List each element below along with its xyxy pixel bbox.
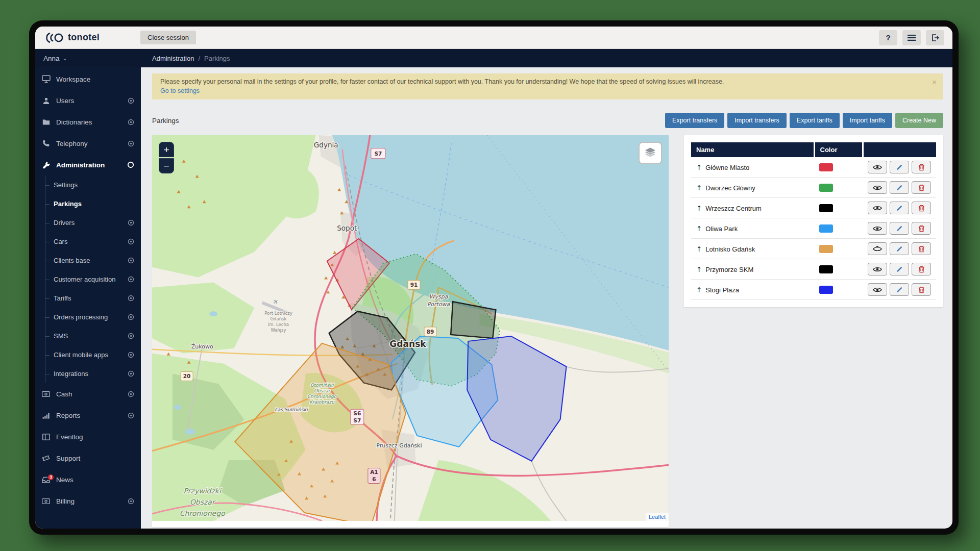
edit-button[interactable] bbox=[890, 263, 909, 276]
move-up-icon[interactable]: ↑ bbox=[696, 204, 702, 212]
layers-button[interactable] bbox=[639, 142, 662, 164]
sidebar-item-tariffs[interactable]: Tariffs bbox=[45, 289, 141, 308]
sidebar-item-workspace[interactable]: Workspace bbox=[35, 68, 141, 90]
move-up-icon[interactable]: ↑ bbox=[696, 184, 702, 192]
import-tariffs-button[interactable]: Import tariffs bbox=[843, 113, 892, 128]
edit-button[interactable] bbox=[890, 181, 909, 194]
expand-circle-icon[interactable] bbox=[128, 314, 134, 320]
view-button[interactable] bbox=[868, 161, 887, 173]
sidebar-item-cash[interactable]: Cash bbox=[35, 383, 141, 405]
expand-circle-icon[interactable] bbox=[128, 498, 134, 505]
zoom-in-button[interactable]: + bbox=[159, 142, 174, 157]
import-transfers-button[interactable]: Import transfers bbox=[727, 113, 787, 128]
folder-icon bbox=[41, 119, 51, 126]
user-name: Anna bbox=[43, 55, 60, 62]
edit-button[interactable] bbox=[890, 222, 909, 235]
collapse-circle-icon[interactable] bbox=[127, 161, 134, 168]
move-up-icon[interactable]: ↑ bbox=[696, 163, 702, 171]
expand-circle-icon[interactable] bbox=[128, 370, 134, 377]
sidebar-item-drivers[interactable]: Drivers bbox=[45, 213, 141, 232]
expand-circle-icon[interactable] bbox=[128, 276, 134, 283]
view-button[interactable] bbox=[868, 222, 887, 235]
delete-button[interactable] bbox=[912, 181, 931, 194]
color-swatch bbox=[819, 204, 833, 212]
close-session-button[interactable]: Close session bbox=[140, 31, 196, 44]
sidebar-item-orders-processing[interactable]: Orders processing bbox=[45, 308, 141, 327]
expand-circle-icon[interactable] bbox=[128, 333, 134, 339]
export-transfers-button[interactable]: Export transfers bbox=[665, 113, 724, 128]
expand-circle-icon[interactable] bbox=[128, 412, 134, 419]
map-label-sopot: Sopot bbox=[337, 224, 357, 232]
sidebar-item-customer-acquisition[interactable]: Customer acquisition bbox=[45, 270, 141, 289]
sidebar-item-dictionaries[interactable]: Dictionaries bbox=[35, 111, 141, 133]
move-up-icon[interactable]: ↑ bbox=[696, 265, 702, 273]
parking-name: Stogi Plaża bbox=[705, 286, 739, 294]
parking-name: Lotnisko Gdańsk bbox=[705, 245, 755, 253]
export-tariffs-button[interactable]: Export tariffs bbox=[790, 113, 840, 128]
svg-text:Las Sulmiński: Las Sulmiński bbox=[275, 407, 308, 412]
delete-button[interactable] bbox=[912, 283, 931, 296]
view-button[interactable] bbox=[868, 283, 887, 296]
expand-circle-icon[interactable] bbox=[128, 119, 134, 126]
edit-button[interactable] bbox=[890, 242, 909, 255]
breadcrumb-administration[interactable]: Administration bbox=[152, 55, 194, 62]
expand-circle-icon[interactable] bbox=[128, 257, 134, 264]
delete-button[interactable] bbox=[912, 242, 931, 255]
zoom-out-button[interactable]: − bbox=[159, 158, 174, 173]
column-header-name: Name bbox=[691, 142, 814, 157]
pencil-icon bbox=[896, 225, 903, 232]
view-button[interactable] bbox=[868, 181, 887, 194]
sidebar-item-reports[interactable]: Reports bbox=[35, 405, 141, 426]
user-menu[interactable]: Anna ⌄ bbox=[35, 49, 141, 67]
logout-button[interactable] bbox=[926, 30, 944, 45]
sidebar-item-news[interactable]: 3 News bbox=[35, 469, 141, 490]
view-button[interactable] bbox=[868, 202, 887, 214]
expand-circle-icon[interactable] bbox=[128, 295, 134, 302]
sidebar-item-eventlog[interactable]: Eventlog bbox=[35, 426, 141, 447]
sidebar-item-integrations[interactable]: Integrations bbox=[45, 364, 141, 383]
sidebar-item-sms[interactable]: SMS bbox=[45, 327, 141, 345]
delete-button[interactable] bbox=[912, 202, 931, 214]
menu-button[interactable] bbox=[902, 30, 921, 45]
help-button[interactable]: ? bbox=[879, 30, 897, 45]
svg-text:Portowa: Portowa bbox=[427, 301, 450, 308]
expand-circle-icon[interactable] bbox=[128, 97, 134, 104]
sidebar-item-clients-base[interactable]: Clients base bbox=[45, 251, 141, 270]
road-shield-s7: S7 bbox=[371, 148, 385, 159]
delete-button[interactable] bbox=[912, 222, 931, 235]
map-canvas[interactable]: ✈ bbox=[152, 135, 669, 521]
delete-button[interactable] bbox=[912, 161, 931, 173]
view-button[interactable] bbox=[868, 242, 887, 255]
go-to-settings-link[interactable]: Go to settings bbox=[160, 87, 200, 94]
chevron-down-icon: ⌄ bbox=[63, 55, 67, 62]
move-up-icon[interactable]: ↑ bbox=[696, 286, 702, 294]
sidebar-item-administration[interactable]: Administration bbox=[35, 154, 141, 176]
map-label-gdansk: Gdańsk bbox=[389, 339, 426, 349]
sidebar-item-telephony[interactable]: Telephony bbox=[35, 133, 141, 154]
wrench-icon bbox=[41, 161, 51, 169]
svg-text:im. Lecha: im. Lecha bbox=[268, 322, 289, 327]
sidebar-item-settings[interactable]: Settings bbox=[45, 176, 141, 194]
sidebar-item-support[interactable]: Support bbox=[35, 447, 141, 469]
sidebar-item-billing[interactable]: Billing bbox=[35, 490, 141, 512]
sidebar-item-users[interactable]: Users bbox=[35, 90, 141, 111]
edit-button[interactable] bbox=[890, 202, 909, 214]
edit-button[interactable] bbox=[890, 161, 909, 173]
move-up-icon[interactable]: ↑ bbox=[696, 224, 702, 233]
delete-button[interactable] bbox=[912, 263, 931, 276]
sidebar-item-client-mobile-apps[interactable]: Client mobile apps bbox=[45, 345, 141, 364]
expand-circle-icon[interactable] bbox=[128, 219, 134, 226]
close-icon[interactable]: × bbox=[932, 78, 937, 86]
leaflet-attribution[interactable]: Leaflet bbox=[646, 513, 669, 521]
expand-circle-icon[interactable] bbox=[128, 391, 134, 397]
sidebar-item-cars[interactable]: Cars bbox=[45, 232, 141, 251]
edit-button[interactable] bbox=[890, 283, 909, 296]
expand-circle-icon[interactable] bbox=[128, 352, 134, 358]
create-new-button[interactable]: Create New bbox=[895, 113, 943, 128]
sidebar-item-parkings[interactable]: Parkings bbox=[45, 194, 141, 213]
expand-circle-icon[interactable] bbox=[128, 140, 134, 147]
trash-icon bbox=[918, 225, 925, 232]
move-up-icon[interactable]: ↑ bbox=[696, 245, 702, 253]
expand-circle-icon[interactable] bbox=[128, 238, 134, 245]
view-button[interactable] bbox=[868, 263, 887, 276]
